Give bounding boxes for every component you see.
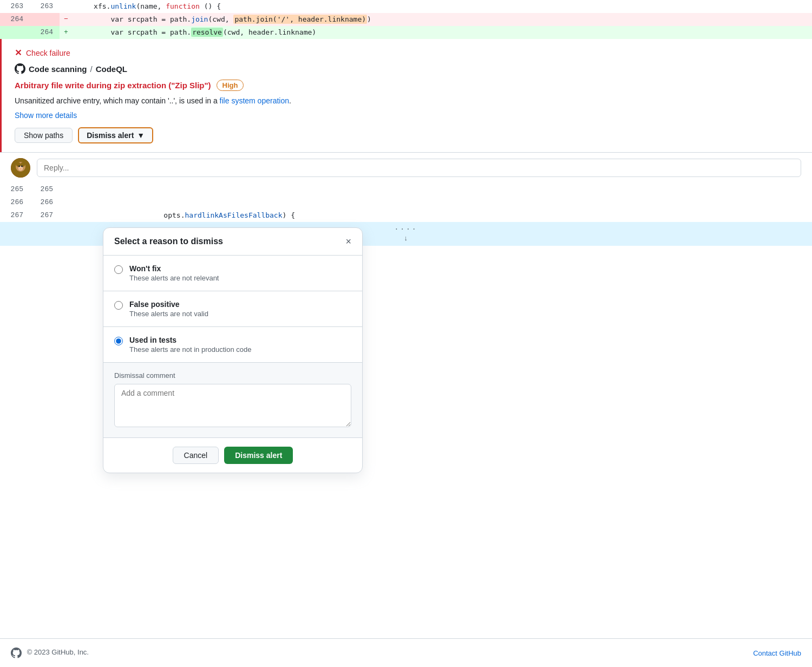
radio-wont-fix-desc: These alerts are not relevant — [129, 274, 219, 282]
modal-header: Select a reason to dismiss × — [103, 228, 362, 256]
radio-used-in-tests[interactable] — [114, 337, 123, 345]
dismiss-modal: Select a reason to dismiss × Won't fix T… — [103, 227, 363, 473]
radio-used-in-tests-label: Used in tests — [129, 336, 251, 344]
comment-textarea[interactable] — [114, 384, 351, 427]
modal-title: Select a reason to dismiss — [114, 237, 223, 246]
radio-false-positive[interactable] — [114, 301, 123, 310]
radio-false-positive-label: False positive — [129, 300, 208, 309]
cancel-button[interactable]: Cancel — [173, 447, 219, 464]
comment-section: Dismissal comment — [103, 362, 362, 437]
dismiss-confirm-button[interactable]: Dismiss alert — [224, 447, 293, 464]
radio-option-used-in-tests[interactable]: Used in tests These alerts are not in pr… — [103, 327, 362, 362]
radio-false-positive-desc: These alerts are not valid — [129, 310, 208, 318]
comment-label: Dismissal comment — [114, 371, 351, 380]
modal-body: Won't fix These alerts are not relevant … — [103, 256, 362, 362]
modal-close-button[interactable]: × — [345, 237, 351, 246]
modal-overlay: Select a reason to dismiss × Won't fix T… — [0, 0, 812, 667]
modal-footer: Cancel Dismiss alert — [103, 437, 362, 473]
radio-wont-fix[interactable] — [114, 265, 123, 274]
radio-option-wont-fix[interactable]: Won't fix These alerts are not relevant — [103, 256, 362, 291]
radio-used-in-tests-desc: These alerts are not in production code — [129, 345, 251, 354]
radio-option-false-positive[interactable]: False positive These alerts are not vali… — [103, 291, 362, 327]
radio-wont-fix-label: Won't fix — [129, 264, 219, 273]
